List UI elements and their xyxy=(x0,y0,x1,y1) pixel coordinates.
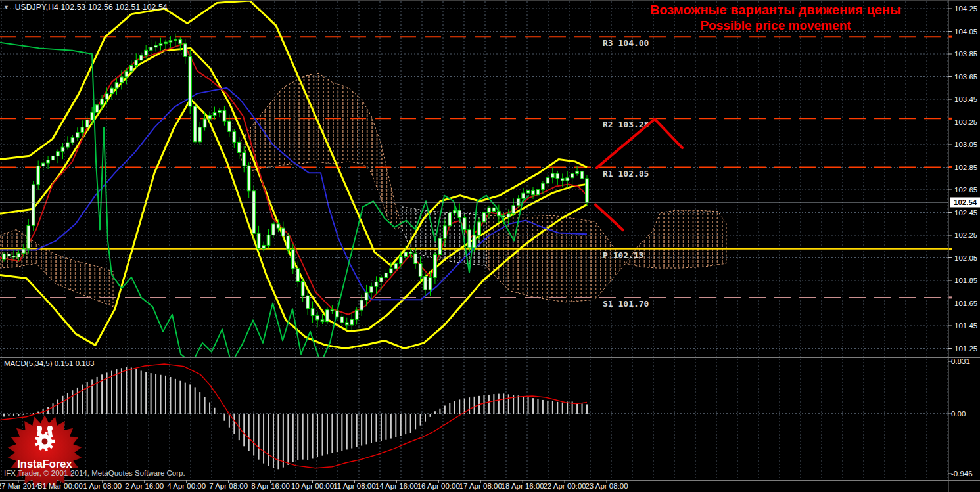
macd-histogram-bar xyxy=(346,414,348,449)
candle xyxy=(174,39,177,40)
candle xyxy=(350,319,354,325)
macd-histogram-bar xyxy=(297,414,298,460)
candle xyxy=(66,143,70,147)
candle xyxy=(296,269,300,282)
macd-histogram-bar xyxy=(302,414,304,460)
macd-histogram-bar xyxy=(179,381,181,414)
macd-histogram-bar xyxy=(151,373,152,414)
candle xyxy=(444,226,447,238)
candle xyxy=(576,171,579,173)
chart-canvas[interactable]: R3 104.00R2 103.28R1 102.85P 102.13S1 10… xyxy=(0,0,980,492)
candle xyxy=(448,213,452,225)
macd-histogram-bar xyxy=(214,408,216,414)
macd-histogram-bar xyxy=(321,414,323,456)
macd-histogram-bar xyxy=(469,397,470,414)
macd-histogram-bar xyxy=(67,393,68,414)
macd-histogram-bar xyxy=(317,414,318,457)
price-axis[interactable]: 104.25104.05103.85103.65103.45103.25103.… xyxy=(948,5,980,478)
candle xyxy=(438,238,442,255)
level-axis-tick xyxy=(949,248,952,250)
macd-histogram-bar xyxy=(429,414,431,417)
candle xyxy=(409,252,412,254)
price-tick-label: 103.65 xyxy=(954,73,977,81)
macd-histogram-bar xyxy=(493,394,494,414)
candle xyxy=(419,263,422,276)
candle xyxy=(311,309,314,316)
candle xyxy=(336,311,339,317)
instaforex-logo: InstaForex xyxy=(8,415,82,490)
candle xyxy=(189,56,192,106)
candle xyxy=(414,254,417,263)
macd-histogram-bar xyxy=(121,368,122,414)
candle xyxy=(507,214,510,217)
macd-histogram-bar xyxy=(116,369,117,414)
macd-histogram-bar xyxy=(165,376,166,414)
candle xyxy=(522,193,525,198)
macd-histogram-bar xyxy=(233,414,235,434)
macd-histogram-bar xyxy=(277,414,279,469)
candle xyxy=(542,183,545,190)
candle xyxy=(252,191,256,233)
level-label-s1: S1 101.70 xyxy=(603,299,649,309)
macd-histogram-bar xyxy=(415,414,416,429)
gear-hole xyxy=(42,439,48,445)
candle xyxy=(179,39,182,43)
candle xyxy=(267,235,270,246)
candle xyxy=(277,224,280,228)
candle xyxy=(502,216,505,217)
macd-histogram-bar xyxy=(459,399,460,414)
candle xyxy=(3,254,6,259)
candle xyxy=(105,93,108,99)
macd-histogram-bar xyxy=(371,414,372,443)
candle xyxy=(566,178,569,181)
macd-histogram-bar xyxy=(454,401,455,414)
macd-histogram-bar xyxy=(474,397,475,414)
candle xyxy=(394,263,398,269)
macd-histogram-bar xyxy=(145,372,147,414)
price-tick-label: 103.85 xyxy=(954,50,977,58)
candle xyxy=(247,166,250,191)
candle xyxy=(154,45,158,47)
price-tick-label: 104.05 xyxy=(954,28,977,35)
macd-histogram-bar xyxy=(131,367,132,414)
candle xyxy=(101,99,104,105)
candle xyxy=(145,50,148,55)
macd-histogram-bar xyxy=(498,394,500,414)
macd-histogram-bar xyxy=(287,414,289,465)
candle xyxy=(385,273,388,277)
candle xyxy=(287,236,290,249)
candle xyxy=(488,208,491,212)
macd-histogram-bar xyxy=(307,414,308,460)
candle xyxy=(149,47,152,51)
price-tick-label: 103.05 xyxy=(954,141,977,148)
macd-histogram-bar xyxy=(434,411,436,414)
level-axis-tick xyxy=(949,296,952,298)
macd-histogram-bar xyxy=(312,414,314,458)
candle xyxy=(561,179,564,181)
candle xyxy=(375,282,378,286)
macd-histogram-bar xyxy=(562,403,563,414)
macd-histogram-bar xyxy=(204,397,206,414)
macd-histogram-bar xyxy=(82,385,83,414)
macd-histogram-bar xyxy=(3,414,5,416)
candle xyxy=(262,245,266,248)
macd-histogram-bar xyxy=(53,403,54,414)
macd-histogram-bar xyxy=(552,401,553,414)
candle xyxy=(37,166,40,185)
candle xyxy=(326,310,329,322)
candle xyxy=(399,257,402,264)
current-price-value: 102.54 xyxy=(954,198,977,206)
macd-histogram-bar xyxy=(292,414,294,462)
macd-histogram-bar xyxy=(582,403,583,414)
macd-histogram-bar xyxy=(390,414,392,439)
pivot-levels: R3 104.00R2 103.28R1 102.85P 102.13S1 10… xyxy=(0,37,948,309)
candle xyxy=(32,185,35,226)
candle xyxy=(76,133,80,138)
macd-histogram-bar xyxy=(160,375,162,414)
macd-tick-label: 0.00 xyxy=(951,410,966,418)
price-tick-label: 104.25 xyxy=(954,5,977,12)
candle xyxy=(434,255,437,278)
macd-histogram-bar xyxy=(576,403,578,414)
candle xyxy=(27,226,30,249)
candle xyxy=(71,137,74,143)
